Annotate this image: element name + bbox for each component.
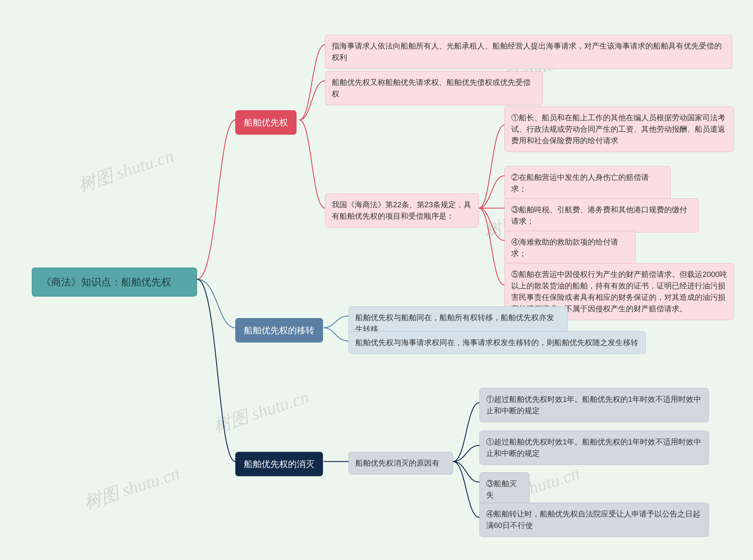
leaf-item-2: ②在船舶营运中发生的人身伤亡的赔偿请求； bbox=[504, 166, 671, 200]
leaf-ext-3: ③船舶灭失 bbox=[480, 473, 529, 506]
leaf-ext-4: ④船舶转让时，船舶优先权自法院应受让人申请予以公告之日起满60日不行使 bbox=[480, 503, 709, 537]
leaf-definition: 指海事请求人依法向船舶所有人、光船承租人、船舶经营人提出海事请求，对产生该海事请… bbox=[325, 35, 732, 69]
leaf-item-3: ③船舶吨税、引航费、港务费和其他港口规费的缴付请求； bbox=[504, 198, 699, 233]
branch-extinction[interactable]: 船舶优先权的消灭 bbox=[235, 452, 323, 476]
leaf-maritime-law-22-23: 我国《海商法》第22条、第23条规定，具有船舶优先权的项目和受偿顺序是： bbox=[325, 194, 479, 227]
leaf-aliases: 船舶优先权又称船舶优先请求权、船舶优先债权或优先受偿权 bbox=[325, 71, 543, 105]
watermark: 树图 shutu.cn bbox=[211, 385, 312, 438]
watermark: 树图 shutu.cn bbox=[81, 461, 183, 515]
watermark: 树图 shutu.cn bbox=[75, 144, 177, 197]
branch-transfer[interactable]: 船舶优先权的移转 bbox=[235, 318, 323, 342]
root-node[interactable]: 《商法》知识点：船舶优先权 bbox=[32, 267, 197, 297]
leaf-ext-1: ①超过船舶优先权时效1年。船舶优先权的1年时效不适用时效中止和中断的规定 bbox=[480, 388, 709, 422]
leaf-ext-2: ①超过船舶优先权时效1年。船舶优先权的1年时效不适用时效中止和中断的规定 bbox=[480, 431, 709, 465]
leaf-item-1: ①船长、船员和在船上工作的其他在编人员根据劳动国家司法考试、行政法规或劳动合同产… bbox=[504, 106, 734, 152]
leaf-extinction-reasons: 船舶优先权消灭的原因有 bbox=[349, 452, 453, 475]
leaf-transfer-2: 船舶优先权与海事请求权同在，海事请求权发生移转的，则船舶优先权随之发生移转 bbox=[349, 331, 645, 354]
leaf-item-4: ④海难救助的救助款项的给付请求； bbox=[504, 231, 635, 265]
branch-ship-priority[interactable]: 船舶优先权 bbox=[235, 110, 296, 135]
